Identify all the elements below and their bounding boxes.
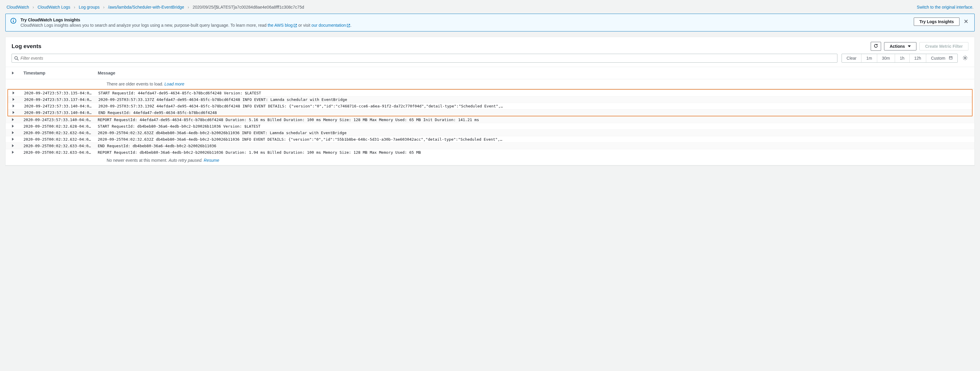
col-header-message[interactable]: Message	[98, 71, 969, 75]
aws-blog-link[interactable]: the AWS blog	[268, 23, 297, 28]
range-1h[interactable]: 1h	[895, 54, 909, 62]
caret-right-icon	[12, 105, 15, 108]
log-message: 2020-09-25T03:57:33.139Z 44efda47-de95-4…	[98, 104, 968, 108]
chevron-right-icon: ›	[103, 5, 105, 10]
calendar-icon	[949, 56, 953, 60]
filter-input-wrap[interactable]	[11, 54, 837, 63]
range-clear[interactable]: Clear	[842, 54, 861, 62]
log-row[interactable]: 2020-09-25T00:02:32.628-04:0…START Reque…	[6, 123, 974, 129]
info-icon	[10, 18, 16, 25]
breadcrumb-logs[interactable]: CloudWatch Logs	[37, 5, 70, 10]
expand-all-toggle[interactable]	[11, 71, 14, 75]
filter-events-input[interactable]	[19, 54, 835, 62]
log-timestamp: 2020-09-24T23:57:33.140-04:0…	[24, 110, 98, 115]
log-timestamp: 2020-09-24T23:57:33.140-04:0…	[24, 104, 98, 108]
chevron-right-icon: ›	[74, 5, 75, 10]
log-message: 2020-09-25T04:02:32.632Z db4beb80-36a6-4…	[98, 131, 969, 135]
close-icon	[964, 19, 969, 24]
caret-right-icon	[11, 151, 14, 154]
caret-right-icon	[11, 144, 14, 147]
log-message: START RequestId: db4beb80-36a6-4edb-b0c2…	[98, 124, 969, 128]
caret-right-icon	[11, 118, 14, 121]
log-row[interactable]: 2020-09-25T00:02:32.633-04:0…END Request…	[6, 143, 974, 149]
log-events-card: Log events Actions Create Metric Filter …	[5, 37, 975, 166]
expand-row-toggle[interactable]	[11, 124, 14, 128]
log-timestamp: 2020-09-25T00:02:32.633-04:0…	[24, 150, 98, 155]
expand-row-toggle[interactable]	[12, 97, 15, 102]
log-row[interactable]: 2020-09-24T23:57:33.140-04:0…REPORT Requ…	[6, 116, 974, 123]
breadcrumb-log-groups[interactable]: Log groups	[79, 5, 100, 10]
caret-right-icon	[11, 138, 14, 141]
create-metric-filter-button: Create Metric Filter	[920, 42, 969, 51]
caret-right-icon	[12, 111, 15, 114]
breadcrumb-current: 2020/09/25/[$LATEST]a7c00284d8ae4e06a8ff…	[193, 5, 304, 10]
log-row[interactable]: 2020-09-24T23:57:33.140-04:0…2020-09-25T…	[8, 103, 972, 109]
caret-right-icon	[11, 125, 14, 128]
log-message: 2020-09-25T03:57:33.137Z 44efda47-de95-4…	[98, 97, 968, 102]
range-custom[interactable]: Custom	[926, 54, 958, 62]
gear-icon	[963, 55, 968, 60]
svg-point-3	[14, 56, 17, 59]
expand-row-toggle[interactable]	[11, 117, 14, 122]
log-timestamp: 2020-09-25T00:02:32.632-04:0…	[24, 131, 98, 135]
range-1m[interactable]: 1m	[861, 54, 877, 62]
expand-row-toggle[interactable]	[12, 91, 15, 95]
search-icon	[14, 56, 19, 60]
range-30m[interactable]: 30m	[877, 54, 895, 62]
caret-right-icon	[11, 131, 14, 134]
expand-row-toggle[interactable]	[11, 131, 14, 135]
breadcrumb-log-group-name[interactable]: /aws/lambda/Scheduler-with-EventBridge	[108, 5, 184, 10]
log-message: REPORT RequestId: 44efda47-de95-4634-85f…	[98, 117, 969, 122]
load-more-link[interactable]: Load more	[165, 82, 185, 86]
log-row[interactable]: 2020-09-24T23:57:33.137-04:0…2020-09-25T…	[8, 96, 972, 103]
breadcrumb: CloudWatch › CloudWatch Logs › Log group…	[6, 5, 304, 10]
col-header-timestamp[interactable]: Timestamp	[24, 71, 98, 75]
breadcrumb-cloudwatch[interactable]: CloudWatch	[6, 5, 29, 10]
log-row[interactable]: 2020-09-24T23:57:33.140-04:0…END Request…	[8, 109, 972, 116]
log-message: START RequestId: 44efda47-de95-4634-85fc…	[98, 91, 968, 95]
refresh-button[interactable]	[871, 42, 881, 51]
caret-right-icon	[12, 91, 15, 94]
log-message: REPORT RequestId: db4beb80-36a6-4edb-b0c…	[98, 150, 969, 155]
svg-point-5	[964, 57, 966, 59]
documentation-link[interactable]: our documentation	[311, 23, 350, 28]
newer-events-row: No newer events at this moment. Auto ret…	[6, 155, 974, 165]
try-logs-insights-button[interactable]: Try Logs Insights	[914, 17, 959, 26]
expand-row-toggle[interactable]	[12, 104, 15, 108]
switch-interface-link[interactable]: Switch to the original interface.	[917, 5, 974, 10]
expand-row-toggle[interactable]	[11, 144, 14, 148]
log-row[interactable]: 2020-09-24T23:57:33.135-04:0…START Reque…	[8, 90, 972, 96]
section-title: Log events	[11, 43, 41, 49]
log-message: 2020-09-25T04:02:32.632Z db4beb80-36a6-4…	[98, 137, 969, 141]
refresh-icon	[873, 44, 878, 48]
log-timestamp: 2020-09-25T00:02:32.633-04:0…	[24, 144, 98, 148]
settings-button[interactable]	[962, 54, 969, 63]
log-timestamp: 2020-09-24T23:57:33.135-04:0…	[24, 91, 98, 95]
table-header: Timestamp Message	[6, 67, 974, 79]
caret-right-icon	[11, 71, 14, 75]
close-banner-button[interactable]	[963, 18, 970, 26]
chevron-right-icon: ›	[33, 5, 34, 10]
svg-rect-4	[950, 56, 952, 59]
caret-down-icon	[908, 45, 911, 48]
expand-row-toggle[interactable]	[11, 150, 14, 155]
range-12h[interactable]: 12h	[909, 54, 926, 62]
expand-row-toggle[interactable]	[12, 110, 15, 115]
log-timestamp: 2020-09-25T00:02:32.632-04:0…	[24, 137, 98, 141]
resume-link[interactable]: Resume	[204, 158, 219, 163]
svg-point-2	[13, 19, 14, 20]
log-row[interactable]: 2020-09-25T00:02:32.632-04:0…2020-09-25T…	[6, 136, 974, 143]
info-banner: Try CloudWatch Logs Insights CloudWatch …	[5, 14, 975, 32]
log-timestamp: 2020-09-24T23:57:33.137-04:0…	[24, 97, 98, 102]
older-events-row: There are older events to load. Load mor…	[6, 79, 974, 89]
time-range-selector: Clear 1m 30m 1h 12h Custom	[842, 54, 958, 63]
banner-title: Try CloudWatch Logs Insights	[21, 17, 910, 22]
log-row[interactable]: 2020-09-25T00:02:32.633-04:0…REPORT Requ…	[6, 149, 974, 155]
log-timestamp: 2020-09-25T00:02:32.628-04:0…	[24, 124, 98, 128]
actions-dropdown[interactable]: Actions	[884, 42, 916, 51]
expand-row-toggle[interactable]	[11, 137, 14, 141]
log-timestamp: 2020-09-24T23:57:33.140-04:0…	[24, 117, 98, 122]
log-row[interactable]: 2020-09-25T00:02:32.632-04:0…2020-09-25T…	[6, 129, 974, 136]
highlighted-log-group: 2020-09-24T23:57:33.135-04:0…START Reque…	[8, 89, 972, 116]
caret-right-icon	[12, 98, 15, 101]
